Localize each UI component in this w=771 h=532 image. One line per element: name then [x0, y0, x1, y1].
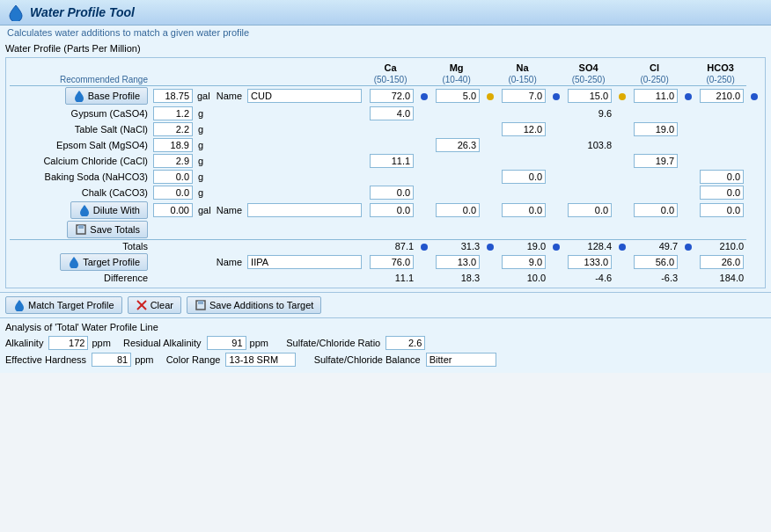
base-mg-input[interactable]: [436, 89, 480, 103]
target-name-input[interactable]: [247, 255, 362, 269]
dilute-hco3[interactable]: [700, 203, 744, 217]
dilute-so4[interactable]: [568, 203, 612, 217]
tablesalt-cl[interactable]: [634, 122, 678, 136]
totals-mg-dot: [487, 244, 494, 251]
water-drop-icon: [7, 4, 25, 21]
target-profile-button[interactable]: Target Profile: [60, 253, 148, 271]
save-totals-row: Save Totals: [10, 220, 761, 240]
base-na-input[interactable]: [502, 89, 546, 103]
tablesalt-row: Table Salt (NaCl) g: [10, 121, 761, 137]
target-mg[interactable]: [436, 255, 480, 269]
calciumChloride-amount[interactable]: [153, 154, 193, 168]
section-label: Water Profile (Parts Per Million): [5, 43, 766, 54]
na-header: Na: [496, 62, 548, 74]
base-ca-input[interactable]: [370, 89, 414, 103]
bakingSoda-amount[interactable]: [153, 170, 193, 184]
dilute-gallons-input[interactable]: [153, 203, 193, 217]
dilute-name-label: Name: [217, 205, 242, 215]
target-hco3[interactable]: [700, 255, 744, 269]
target-icon: [68, 256, 80, 268]
alkalinity-input[interactable]: [48, 336, 88, 350]
cl-header: Cl: [628, 62, 680, 74]
residual-alkalinity-input[interactable]: [207, 336, 246, 350]
base-gallons-input[interactable]: [153, 89, 193, 103]
totals-na: 19.0: [527, 241, 546, 251]
target-so4[interactable]: [568, 255, 612, 269]
hco3-header: HCO3: [694, 62, 746, 74]
totals-ca-dot: [421, 244, 428, 251]
bakingSoda-hco3[interactable]: [700, 170, 744, 184]
bakingSoda-row: Baking Soda (NaHCO3) g: [10, 169, 761, 185]
epsomSalt-amount[interactable]: [153, 138, 193, 152]
save-totals-button[interactable]: Save Totals: [67, 221, 148, 238]
bakingSoda-unit: g: [195, 169, 214, 185]
target-cl[interactable]: [634, 255, 678, 269]
gypsum-amount[interactable]: [153, 106, 193, 120]
sulfate-chloride-balance-input[interactable]: [426, 353, 496, 367]
color-range-label: Color Range: [166, 354, 221, 365]
target-name-label: Name: [217, 257, 242, 267]
save-additions-label: Save Additions to Target: [209, 300, 313, 310]
tablesalt-na[interactable]: [502, 122, 546, 136]
totals-so4-dot: [619, 244, 626, 251]
base-profile-button[interactable]: Base Profile: [65, 87, 148, 105]
difference-label: Difference: [10, 272, 151, 284]
dilute-na[interactable]: [502, 203, 546, 217]
tablesalt-amount[interactable]: [153, 122, 193, 136]
bakingSoda-label: Baking Soda (NaHCO3): [10, 169, 151, 185]
dilute-mg[interactable]: [436, 203, 480, 217]
ions-label: [10, 62, 151, 74]
base-cl-input[interactable]: [634, 89, 678, 103]
base-na-dot: [553, 93, 560, 100]
color-range-input[interactable]: [225, 353, 296, 367]
base-so4-input[interactable]: [568, 89, 612, 103]
totals-mg: 31.3: [461, 241, 480, 251]
svg-rect-5: [198, 301, 203, 304]
match-target-button[interactable]: Match Target Profile: [5, 296, 122, 314]
calciumChloride-cl[interactable]: [634, 154, 678, 168]
gypsum-so4-val: 9.6: [598, 108, 612, 119]
subheader-row: Recommended Range (50-150) (10-40) (0-15…: [10, 74, 761, 86]
epsomSalt-unit: g: [195, 137, 214, 153]
chalk-hco3[interactable]: [700, 186, 744, 200]
bakingSoda-na[interactable]: [502, 170, 546, 184]
epsomSalt-mg[interactable]: [436, 138, 480, 152]
effective-hardness-input[interactable]: [92, 353, 131, 367]
chalk-ca[interactable]: [370, 186, 414, 200]
target-na[interactable]: [502, 255, 546, 269]
title-bar: Water Profile Tool: [0, 0, 771, 26]
totals-label: Totals: [10, 240, 151, 253]
target-ca[interactable]: [370, 255, 414, 269]
mg-range: (10-40): [430, 74, 482, 86]
chalk-row: Chalk (CaCO3) g: [10, 185, 761, 200]
clear-button[interactable]: Clear: [128, 296, 181, 314]
base-hco3-input[interactable]: [700, 89, 744, 103]
dilute-ca[interactable]: [370, 203, 414, 217]
chalk-label: Chalk (CaCO3): [10, 185, 151, 200]
chalk-unit: g: [195, 185, 214, 200]
totals-cl: 49.7: [659, 241, 678, 251]
dilute-name-input[interactable]: [247, 203, 362, 217]
ca-header: Ca: [364, 62, 416, 74]
save-additions-button[interactable]: Save Additions to Target: [187, 296, 321, 314]
app-title: Water Profile Tool: [30, 5, 135, 19]
chalk-amount[interactable]: [153, 186, 193, 200]
match-target-icon: [13, 299, 26, 311]
calciumChloride-row: Calcium Chloride (CaCl) g: [10, 153, 761, 169]
alkalinity-unit: ppm: [92, 338, 110, 348]
dilute-with-button[interactable]: Dilute With: [70, 201, 148, 219]
gypsum-ca[interactable]: [370, 106, 414, 120]
difference-row: Difference 11.1 18.3 10.0 -4.6 -6.3 184.…: [10, 272, 761, 284]
totals-row: Totals 87.1 31.3 19.0 128.4: [10, 240, 761, 253]
dilute-cl[interactable]: [634, 203, 678, 217]
subtitle: Calculates water additions to match a gi…: [0, 26, 771, 40]
calciumChloride-ca[interactable]: [370, 154, 414, 168]
gypsum-unit: g: [195, 106, 214, 121]
base-hco3-dot: [751, 93, 758, 100]
tablesalt-unit: g: [195, 121, 214, 137]
base-name-input[interactable]: [247, 89, 362, 103]
sulfate-chloride-ratio-input[interactable]: [386, 336, 425, 350]
calciumChloride-unit: g: [195, 153, 214, 169]
svg-rect-1: [78, 225, 84, 229]
diff-na: 10.0: [496, 272, 548, 284]
